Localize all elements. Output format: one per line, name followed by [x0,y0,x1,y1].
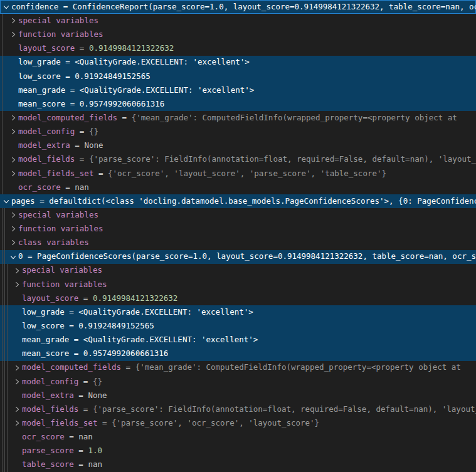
chevron-right-icon[interactable] [9,238,18,247]
variable-value: nan [88,461,102,469]
equals-sign: = [74,447,88,455]
variable-row[interactable]: model_fields = {'parse_score': FieldInfo… [0,153,476,167]
variable-value: 0.91924849152565 [75,73,150,81]
chevron-down-icon[interactable] [2,197,11,206]
chevron-right-icon[interactable] [13,377,22,386]
chevron-right-icon[interactable] [9,16,18,25]
indent-guide-line [4,402,5,416]
equals-sign: = [78,295,93,303]
variable-row[interactable]: ocr_score = nan [0,430,476,444]
variable-row[interactable]: mean_grade = <QualityGrade.EXCELLENT: 'e… [0,333,476,347]
equals-sign: = [117,114,132,122]
scope-group-label: special variables [18,17,98,25]
variable-row[interactable]: ocr_score = nan [0,181,476,194]
variable-row[interactable]: model_fields_set = {'parse_score', 'ocr_… [0,416,476,430]
variable-row[interactable]: model_computed_fields = {'mean_grade': C… [0,111,476,125]
variable-name: table_score [22,461,74,469]
indent-guide-line [2,333,3,347]
chevron-right-icon[interactable] [9,155,18,164]
indent-guide-line [7,458,8,472]
scope-group-label: function variables [18,225,103,233]
variable-name: model_fields_set [22,419,97,427]
chevron-right-icon[interactable] [13,405,22,414]
variable-row[interactable]: mean_grade = <QualityGrade.EXCELLENT: 'e… [0,83,476,97]
variable-row[interactable]: mean_score = 0.9574992060661316 [0,347,476,361]
variable-row[interactable]: model_extra = None [0,389,476,402]
indent-guide-line [7,416,8,430]
variable-row[interactable]: function variables [0,28,476,41]
chevron-down-icon[interactable] [9,253,18,261]
variable-row[interactable]: pages = defaultdict(<class 'docling.data… [0,194,476,208]
variable-row[interactable]: 0 = PageConfidenceScores(parse_score=1.0… [0,250,476,264]
equals-sign: = [61,184,75,192]
indent-guide-line [2,14,3,28]
variable-name: model_config [18,128,75,136]
variable-row[interactable]: model_extra = None [0,139,476,152]
chevron-right-icon[interactable] [13,419,22,427]
variable-row[interactable]: layout_score = 0.9149984121322632 [0,41,476,55]
chevron-down-icon[interactable] [2,3,11,11]
variable-row[interactable]: mean_score = 0.9574992060661316 [0,97,476,111]
variable-value: 0.9574992060661316 [80,100,164,108]
variable-row[interactable]: confidence = ConfidenceReport(parse_scor… [0,0,476,14]
variable-row[interactable]: special variables [0,14,476,28]
indent-guide-line [4,389,5,402]
indent-guide-line [2,264,3,278]
indent-guide-line [2,389,3,402]
variable-value: 1.0 [88,447,102,455]
chevron-right-icon[interactable] [13,364,22,372]
chevron-right-icon[interactable] [13,266,22,275]
equals-sign: = [75,155,89,164]
variable-row[interactable]: model_computed_fields = {'mean_grade': C… [0,361,476,375]
equals-sign: = [61,58,75,66]
variable-row[interactable]: table_score = nan [0,458,476,472]
indent-guide-line [2,236,3,249]
variable-name: pages [11,197,35,206]
variable-value: nan [78,433,93,441]
variable-row[interactable]: model_config = {} [0,125,476,139]
indent-guide-line [7,333,8,347]
chevron-right-icon[interactable] [9,127,18,136]
variable-row[interactable]: low_score = 0.91924849152565 [0,70,476,83]
chevron-right-icon[interactable] [9,30,18,39]
indent-guide-line [4,361,5,375]
scope-group-label: function variables [18,31,103,39]
chevron-right-icon[interactable] [9,113,18,122]
variable-row[interactable]: special variables [0,208,476,222]
indent-guide-line [2,208,3,222]
variable-row[interactable]: class variables [0,236,476,249]
chevron-right-icon[interactable] [9,224,18,233]
equals-sign: = [35,197,50,206]
chevron-right-icon[interactable] [9,169,18,178]
indent-guide-line [2,153,3,167]
indent-guide-line [4,278,5,291]
variable-row[interactable]: special variables [0,264,476,278]
variable-row[interactable]: model_fields = {'parse_score': FieldInfo… [0,402,476,416]
variable-row[interactable]: low_grade = <QualityGrade.EXCELLENT: 'ex… [0,56,476,70]
variable-row[interactable]: low_score = 0.91924849152565 [0,319,476,333]
indent-guide-line [4,444,5,458]
variable-row[interactable]: model_config = {} [0,375,476,389]
indent-guide-line [2,291,3,305]
variable-name: model_fields_set [18,170,93,178]
variable-row[interactable]: function variables [0,222,476,236]
variable-row[interactable]: layout_score = 0.9149984121322632 [0,291,476,305]
indent-guide-line [4,208,5,222]
variable-row[interactable]: parse_score = 1.0 [0,444,476,458]
chevron-right-icon[interactable] [9,211,18,219]
chevron-right-icon[interactable] [13,280,22,289]
variable-value: 0.9149984121322632 [89,45,174,53]
variable-name: low_grade [18,58,61,66]
equals-sign: = [65,87,80,95]
variable-row[interactable]: function variables [0,278,476,291]
indent-guide-line [2,458,3,472]
variable-name: layout_score [18,45,75,53]
equals-sign: = [65,100,80,108]
variable-row[interactable]: model_fields_set = {'ocr_score', 'layout… [0,167,476,181]
variable-value: 0.9149984121322632 [93,295,177,303]
variable-row[interactable]: low_grade = <QualityGrade.EXCELLENT: 'ex… [0,305,476,319]
variable-value: <QualityGrade.EXCELLENT: 'excellent'> [80,87,254,95]
variable-name: layout_score [22,295,78,303]
indent-guide-line [4,250,5,264]
indent-guide-line [7,305,8,319]
